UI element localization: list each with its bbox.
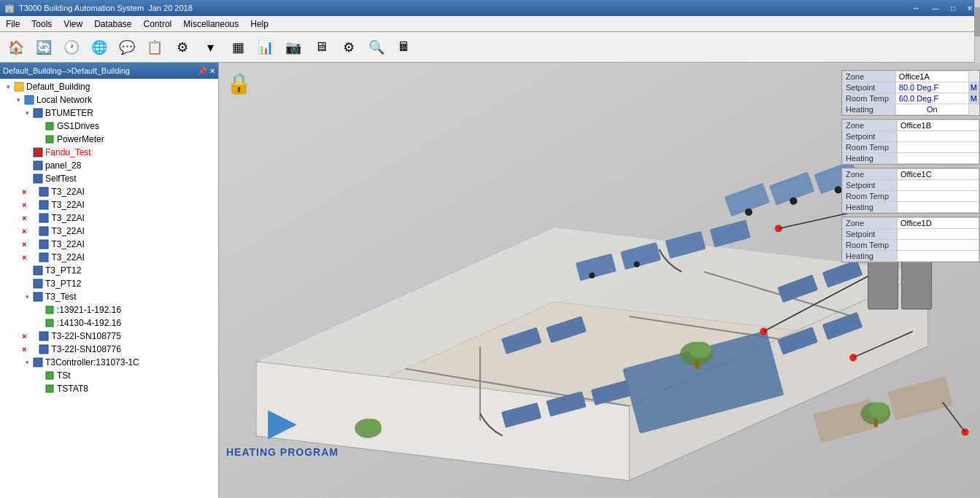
toolbar-chart-button[interactable]: 📊 <box>252 35 279 60</box>
maximize-button[interactable]: □ <box>948 4 958 12</box>
toolbar-grid-button[interactable]: ▦ <box>225 35 251 60</box>
tree-item-t3controller[interactable]: ▾T3Controller:131073-1C <box>1 356 217 369</box>
menu-item-help[interactable]: Help <box>244 17 274 31</box>
zone-row-label-room-temp: Room Temp <box>843 93 896 104</box>
tree-icon-root <box>13 81 25 93</box>
svg-rect-57 <box>874 419 878 427</box>
panel-pin-button[interactable]: 📌 <box>198 67 207 75</box>
menu-item-miscellaneous[interactable]: Miscellaneous <box>177 17 244 31</box>
menu-item-view[interactable]: View <box>58 17 88 31</box>
svg-rect-2 <box>34 109 42 117</box>
tree-expander[interactable]: ▾ <box>13 96 23 104</box>
tree-icon-device <box>32 147 44 158</box>
svg-rect-9 <box>39 201 48 209</box>
tree-label: TSTAT8 <box>57 384 88 394</box>
tree-item-gs1drives[interactable]: GS1Drives <box>1 120 217 133</box>
toolbar-camera-button[interactable]: 📷 <box>280 35 306 60</box>
tree-expander[interactable]: ▾ <box>3 83 13 90</box>
tree-item-root[interactable]: ▾Default_Building <box>1 80 217 93</box>
tree-item-t3-22i-sn2[interactable]: ×T3-22I-SN108776 <box>1 343 217 356</box>
tree-icon-device <box>32 278 44 289</box>
tree-item-tstat8[interactable]: TSTAT8 <box>1 382 217 395</box>
tree-item-panel28[interactable]: panel_28 <box>1 159 217 172</box>
zone-row-value-setpoint <box>898 131 979 142</box>
heating-program[interactable]: ▶ HEATING PROGRAM <box>226 400 339 458</box>
floor-plan: ▶ HEATING PROGRAM ZoneOffice1ASetpoint80… <box>219 63 980 498</box>
tree-item-t3-22ai-6[interactable]: ×T3_22AI <box>1 251 217 264</box>
tree-label: T3-22I-SN108775 <box>51 331 120 341</box>
zone-row-value-zone: Office1B <box>898 120 979 131</box>
tree-item-t3-22ai-3[interactable]: ×T3_22AI <box>1 211 217 225</box>
tree-label: SelfTest <box>45 174 77 184</box>
toolbar-clock-button[interactable]: 🕐 <box>58 35 85 60</box>
toolbar-search-button[interactable]: 🔍 <box>363 35 390 60</box>
tree-item-selftest[interactable]: SelfTest <box>1 172 217 185</box>
svg-rect-8 <box>39 187 48 196</box>
tree-item-powermeter[interactable]: PowerMeter <box>1 133 217 146</box>
toolbar-settings-button[interactable]: ⚙ <box>336 35 362 60</box>
menu-item-file[interactable]: File <box>0 17 26 31</box>
app-date: Jan 20 2018 <box>148 4 193 12</box>
tree-item-t3-22ai-4[interactable]: ×T3_22AI <box>1 225 217 238</box>
tree-item-t3-test-sub2[interactable]: :14130-4-192.16 <box>1 316 217 330</box>
tree-item-t3-test-sub1[interactable]: :13921-1-192.16 <box>1 303 217 316</box>
tree-area[interactable]: ▾Default_Building▾Local Network▾BTUMETER… <box>0 79 218 498</box>
tree-label: :14130-4-192.16 <box>57 318 121 328</box>
svg-rect-1 <box>25 96 34 104</box>
svg-rect-15 <box>34 279 42 288</box>
tree-label: TSt <box>57 370 71 381</box>
tree-item-t3-22ai-5[interactable]: ×T3_22AI <box>1 238 217 251</box>
zone-row-label-zone: Zone <box>843 169 898 180</box>
lock-area[interactable]: 🔒 <box>226 71 252 96</box>
menu-item-control[interactable]: Control <box>138 17 178 31</box>
toolbar-globe-button[interactable]: 🌐 <box>86 35 112 60</box>
toolbar-mail-button[interactable]: 💬 <box>114 35 140 60</box>
toolbar-monitor-button[interactable]: 🖥 <box>308 35 334 60</box>
tree-icon-device <box>32 173 44 184</box>
tree-label: Default_Building <box>26 82 90 92</box>
zone-row-label-room-temp: Room Temp <box>843 142 898 153</box>
tree-item-local-network[interactable]: ▾Local Network <box>1 93 217 106</box>
tree-expander[interactable]: ▾ <box>22 359 32 366</box>
tree-item-t3-22i-sn1[interactable]: ×T3-22I-SN108775 <box>1 330 217 343</box>
tree-item-t3-pt12-2[interactable]: T3_PT12 <box>1 277 217 290</box>
toolbar: 🏠🔄🕐🌐💬📋⚙▾▦📊📷🖥⚙🔍🖩 <box>0 32 980 63</box>
tree-item-t3-pt12-1[interactable]: T3_PT12 <box>1 264 217 277</box>
svg-point-69 <box>790 197 797 204</box>
tree-label: PowerMeter <box>57 134 104 144</box>
zone-row-value-zone: Office1C <box>898 169 979 180</box>
zone-row-label-setpoint: Setpoint <box>843 180 898 191</box>
menu-item-tools[interactable]: Tools <box>26 17 58 31</box>
left-panel: Default_Building-->Default_Building 📌 ✕ … <box>0 63 219 498</box>
tree-icon-device <box>38 238 50 250</box>
tree-item-t3-22ai-1[interactable]: ×T3_22AI <box>1 185 217 198</box>
svg-point-56 <box>869 402 890 417</box>
zone-row-value-zone: Office1D <box>898 218 979 229</box>
toolbar-home-button[interactable]: 🏠 <box>3 35 29 60</box>
toolbar-refresh-button[interactable]: 🔄 <box>31 35 57 60</box>
zone-row-label-room-temp: Room Temp <box>843 191 898 202</box>
svg-rect-12 <box>39 240 48 249</box>
toolbar-transfer-button[interactable]: 📋 <box>142 35 168 60</box>
menu-item-database[interactable]: Database <box>88 17 137 31</box>
tree-item-t3-test[interactable]: ▾T3_Test <box>1 290 217 303</box>
tree-icon-device <box>38 330 50 342</box>
tree-label: T3_PT12 <box>45 279 81 289</box>
tree-label: T3_22AI <box>51 200 84 210</box>
toolbar-calculator-button[interactable]: 🖩 <box>391 35 417 60</box>
toolbar-dropdown-button[interactable]: ▾ <box>197 35 223 60</box>
tree-item-btumeter[interactable]: ▾BTUMETER <box>1 106 217 120</box>
tree-x-mark: × <box>22 201 26 209</box>
toolbar-dial-button[interactable]: ⚙ <box>169 35 196 60</box>
minimize-button[interactable]: — <box>929 4 942 12</box>
tree-expander[interactable]: ▾ <box>22 293 32 300</box>
tree-item-t3-22ai-2[interactable]: ×T3_22AI <box>1 198 217 211</box>
tree-expander[interactable]: ▾ <box>22 109 32 117</box>
zone-row-value-room-temp <box>898 191 979 202</box>
tree-item-tst[interactable]: TSt <box>1 369 217 382</box>
svg-rect-23 <box>46 385 53 392</box>
tree-label: T3_22AI <box>51 226 84 236</box>
svg-rect-0 <box>15 82 23 91</box>
panel-close-button[interactable]: ✕ <box>209 67 215 75</box>
tree-item-fandu-test[interactable]: Fandu_Test <box>1 146 217 159</box>
